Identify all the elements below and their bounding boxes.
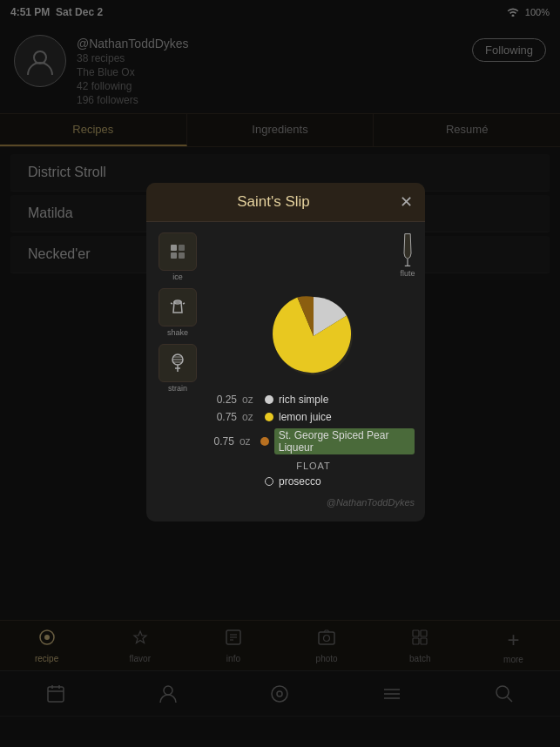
ingredient-row: 0.75 oz St. George Spiced Pear Liqueur: [213, 426, 415, 457]
modal-body: ice shake: [146, 222, 425, 490]
glass-indicator: flute: [397, 232, 418, 278]
close-icon[interactable]: ✕: [395, 192, 416, 212]
modal-footer: @NathanToddDykes: [146, 490, 425, 508]
ingredient-name: lemon juice: [279, 411, 332, 423]
tool-strain: strain: [159, 344, 197, 393]
ingredient-name-highlight: St. George Spiced Pear Liqueur: [274, 428, 415, 454]
svg-rect-1: [171, 245, 177, 251]
pie-chart: [266, 288, 361, 384]
ingredient-unit: oz: [240, 435, 255, 448]
ingredient-color-dot: [265, 413, 273, 421]
ingredient-amount: 0.75: [213, 411, 237, 423]
modal-main-content: flute: [209, 232, 418, 490]
flute-icon: [397, 232, 418, 267]
ingredient-unit: oz: [242, 411, 260, 423]
ingredient-amount: 0.25: [213, 394, 237, 406]
modal-header: Saint's Slip ✕: [146, 183, 425, 222]
ingredient-name: rich simple: [279, 394, 328, 406]
tool-shake: shake: [159, 288, 197, 337]
shake-icon-box: [159, 288, 197, 326]
modal-title: Saint's Slip: [237, 193, 310, 210]
watermark-text: @NathanToddDykes: [327, 497, 415, 508]
ingredient-amount: 0.75: [213, 435, 234, 448]
tool-ice: ice: [159, 232, 197, 281]
shake-label: shake: [167, 328, 188, 337]
svg-rect-2: [179, 245, 185, 251]
ingredient-row: 0.75 oz lemon juice: [213, 408, 415, 426]
svg-rect-4: [179, 252, 185, 259]
ingredients-list: 0.25 oz rich simple 0.75 oz lemon juice …: [209, 391, 418, 490]
ingredient-color-dot: [265, 395, 273, 404]
tools-column: ice shake: [153, 232, 202, 490]
recipe-modal: Saint's Slip ✕ ice: [146, 183, 425, 522]
pie-chart-wrapper: [266, 288, 361, 387]
svg-rect-3: [171, 252, 177, 259]
ingredient-row: 0.25 oz rich simple: [213, 391, 415, 408]
strain-label: strain: [168, 384, 187, 393]
strain-icon-box: [159, 344, 197, 382]
ice-icon-box: [159, 232, 197, 271]
ingredient-color-dot-empty: [265, 477, 273, 486]
ingredient-row-float: prosecco: [213, 473, 415, 490]
ingredient-color-dot: [260, 437, 269, 446]
float-section-label: FLOAT: [213, 461, 415, 471]
flute-label: flute: [400, 269, 415, 278]
ingredient-unit: oz: [242, 394, 260, 406]
ingredient-name: prosecco: [279, 475, 321, 488]
ice-label: ice: [172, 273, 183, 281]
